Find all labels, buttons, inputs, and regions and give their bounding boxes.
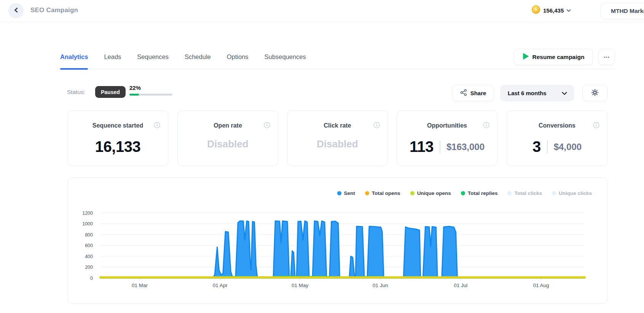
stat-card-title: Sequence started — [92, 122, 143, 129]
legend-dot-icon — [552, 191, 556, 195]
legend-item-total-replies[interactable]: Total replies — [461, 190, 498, 196]
stat-card-title: Click rate — [324, 122, 351, 129]
status-badge: Paused — [95, 86, 126, 98]
workspace-name: MTHD Marke — [611, 8, 644, 14]
value-divider — [440, 141, 440, 153]
legend-dot-icon — [410, 191, 414, 195]
progress-percent: 22% — [129, 85, 172, 91]
legend-label: Unique opens — [417, 190, 451, 196]
stat-card-sequence-started: Sequence started16,133 — [67, 110, 168, 166]
workspace-selector[interactable]: MTHD Marke — [601, 3, 644, 19]
stat-card-value: Disabled — [207, 138, 248, 150]
chevron-down-icon — [566, 7, 571, 14]
stat-card-value: 16,133 — [95, 138, 140, 155]
svg-text:01 Mar: 01 Mar — [132, 283, 148, 288]
legend-label: Unique clicks — [559, 190, 592, 196]
info-icon[interactable] — [593, 122, 599, 130]
campaign-progress: 22% — [129, 85, 172, 96]
credits-dropdown[interactable]: 156,435 — [531, 5, 571, 16]
tab-sequences[interactable]: Sequences — [137, 45, 169, 69]
stat-card-title: Conversions — [539, 122, 575, 129]
svg-text:01 Apr: 01 Apr — [213, 283, 228, 288]
stat-card-value: 3 — [532, 138, 541, 155]
analytics-chart: 02004006008001000120001 Mar01 Apr01 May0… — [68, 178, 608, 304]
legend-item-total-opens[interactable]: Total opens — [365, 190, 400, 196]
coin-icon — [531, 5, 540, 16]
date-range-value: Last 6 months — [508, 90, 547, 96]
svg-text:600: 600 — [85, 243, 93, 248]
chart-legend: SentTotal opensUnique opensTotal replies… — [337, 190, 592, 196]
chevron-down-icon — [562, 90, 567, 97]
page-title: SEO Campaign — [30, 6, 78, 14]
share-label: Share — [470, 90, 486, 96]
svg-text:1000: 1000 — [82, 221, 93, 227]
svg-text:01 Aug: 01 Aug — [533, 283, 549, 288]
svg-text:01 Jul: 01 Jul — [454, 283, 467, 288]
svg-text:01 Jun: 01 Jun — [373, 283, 388, 288]
date-range-select[interactable]: Last 6 months — [500, 85, 574, 101]
campaign-analytics-page: { "topbar": { "title": "SEO Campaign", "… — [0, 0, 644, 313]
svg-text:0: 0 — [90, 276, 93, 281]
tab-leads[interactable]: Leads — [104, 45, 121, 69]
stat-card-title: Open rate — [214, 122, 242, 129]
svg-text:400: 400 — [85, 254, 93, 259]
info-icon[interactable] — [154, 122, 160, 130]
legend-label: Sent — [344, 190, 355, 196]
chevron-left-icon — [14, 8, 19, 14]
legend-dot-icon — [461, 191, 465, 195]
stat-card-value: Disabled — [317, 138, 358, 150]
share-button[interactable]: Share — [452, 85, 494, 101]
info-icon[interactable] — [373, 122, 380, 130]
stat-card-conversions: Conversions3$4,000 — [507, 110, 607, 166]
svg-text:800: 800 — [85, 232, 93, 238]
topbar: SEO Campaign 156,435 MTHD Marke — [0, 0, 644, 22]
progress-track — [129, 94, 172, 96]
status-label: Status: — [67, 89, 85, 96]
more-options-button[interactable]: ••• — [598, 49, 615, 65]
stat-card-title: Opportunities — [427, 122, 467, 129]
stat-card-value: 113 — [410, 138, 434, 155]
settings-button[interactable] — [582, 85, 607, 101]
svg-text:01 May: 01 May — [292, 283, 309, 288]
legend-dot-icon — [507, 191, 512, 195]
legend-item-unique-clicks[interactable]: Unique clicks — [552, 190, 592, 196]
progress-fill — [129, 94, 139, 96]
stat-card-opportunities: Opportunities113$163,000 — [397, 110, 497, 166]
stat-card-secondary-value: $4,000 — [554, 142, 582, 152]
svg-text:200: 200 — [85, 265, 93, 270]
stat-card-open-rate: Open rateDisabled — [177, 110, 278, 166]
stat-card-secondary-value: $163,000 — [446, 142, 485, 152]
legend-item-unique-opens[interactable]: Unique opens — [410, 190, 451, 196]
tab-schedule[interactable]: Schedule — [185, 45, 211, 69]
value-divider — [547, 141, 548, 153]
tab-options[interactable]: Options — [227, 45, 249, 69]
credits-amount: 156,435 — [543, 7, 564, 14]
tab-analytics[interactable]: Analytics — [60, 45, 88, 69]
play-icon — [523, 53, 529, 61]
back-button[interactable] — [8, 3, 24, 18]
analytics-chart-card: SentTotal opensUnique opensTotal replies… — [67, 177, 607, 304]
legend-label: Total replies — [468, 190, 498, 196]
resume-campaign-label: Resume campaign — [532, 54, 585, 61]
share-icon — [460, 89, 467, 97]
gear-icon — [591, 89, 599, 97]
legend-label: Total clicks — [514, 190, 542, 196]
legend-item-total-clicks[interactable]: Total clicks — [507, 190, 542, 196]
svg-text:1200: 1200 — [82, 211, 93, 216]
info-icon[interactable] — [483, 122, 489, 130]
legend-item-sent[interactable]: Sent — [337, 190, 355, 196]
legend-dot-icon — [337, 191, 341, 195]
resume-campaign-button[interactable]: Resume campaign — [514, 49, 593, 65]
tab-subsequences[interactable]: Subsequences — [265, 45, 306, 69]
stat-card-click-rate: Click rateDisabled — [287, 110, 388, 166]
legend-label: Total opens — [372, 190, 400, 196]
info-icon[interactable] — [264, 122, 270, 130]
legend-dot-icon — [365, 191, 369, 195]
